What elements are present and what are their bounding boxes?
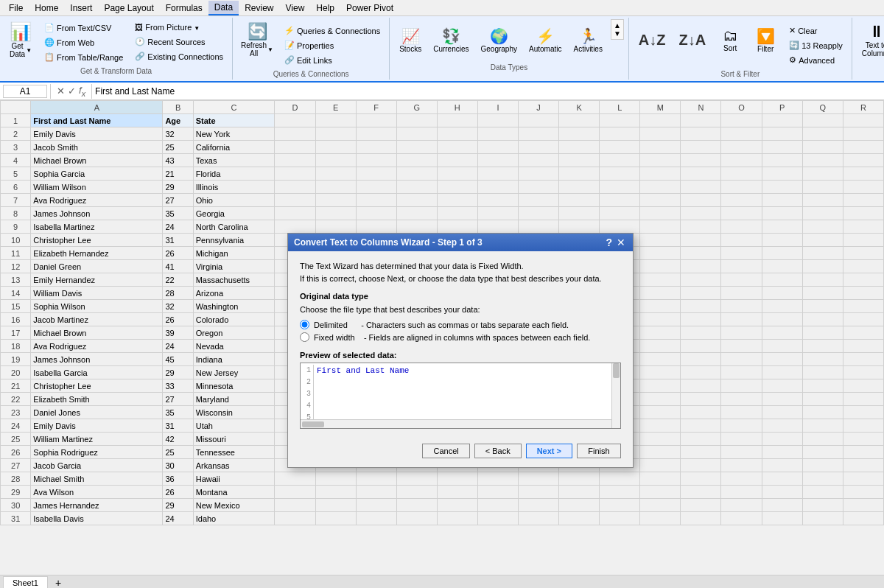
table-cell-empty[interactable] — [721, 300, 762, 313]
table-cell-empty[interactable] — [315, 486, 356, 499]
menu-power-pivot[interactable]: Power Pivot — [340, 1, 399, 15]
col-header-j[interactable]: J — [518, 101, 558, 114]
table-cell-empty[interactable] — [518, 127, 558, 141]
table-cell[interactable]: Michigan — [193, 247, 275, 260]
table-cell-empty[interactable] — [477, 512, 518, 525]
table-cell[interactable]: 42 — [163, 433, 193, 446]
table-cell-empty[interactable] — [396, 207, 437, 220]
table-cell[interactable]: William Davis — [31, 287, 163, 300]
queries-connections-button[interactable]: ⚡ Queries & Connections — [280, 24, 385, 38]
table-cell[interactable]: 31 — [163, 419, 193, 433]
table-cell-empty[interactable] — [802, 114, 843, 127]
sheet-tab-sheet1[interactable]: Sheet1 — [3, 576, 48, 588]
table-cell[interactable]: Elizabeth Hernandez — [31, 247, 163, 260]
table-cell-empty[interactable] — [721, 486, 762, 499]
table-cell[interactable]: California — [193, 141, 275, 154]
table-cell-empty[interactable] — [396, 499, 437, 512]
table-cell-empty[interactable] — [600, 499, 640, 512]
table-cell[interactable]: State — [193, 114, 275, 127]
table-cell[interactable]: James Johnson — [31, 207, 163, 220]
table-cell-empty[interactable] — [315, 167, 356, 181]
table-cell-empty[interactable] — [559, 154, 600, 167]
table-cell-empty[interactable] — [477, 499, 518, 512]
table-cell-empty[interactable] — [681, 287, 721, 300]
table-cell-empty[interactable] — [640, 114, 681, 127]
table-cell[interactable]: Ava Rodriguez — [31, 340, 163, 353]
table-cell-empty[interactable] — [721, 393, 762, 406]
table-cell-empty[interactable] — [640, 234, 681, 247]
table-cell-empty[interactable] — [640, 446, 681, 459]
confirm-formula-icon[interactable]: ✓ — [68, 85, 76, 97]
table-cell-empty[interactable] — [843, 181, 883, 194]
table-cell[interactable]: 31 — [163, 234, 193, 247]
table-cell-empty[interactable] — [559, 512, 600, 525]
table-cell[interactable]: First and Last Name — [31, 114, 163, 127]
table-cell-empty[interactable] — [802, 247, 843, 260]
table-cell[interactable]: 24 — [163, 340, 193, 353]
table-cell[interactable]: Emily Davis — [31, 127, 163, 141]
table-cell-empty[interactable] — [315, 114, 356, 127]
table-cell-empty[interactable] — [681, 167, 721, 181]
table-cell-empty[interactable] — [356, 181, 396, 194]
table-cell-empty[interactable] — [721, 326, 762, 340]
table-cell[interactable]: James Johnson — [31, 353, 163, 366]
table-cell-empty[interactable] — [437, 141, 477, 154]
table-cell-empty[interactable] — [600, 194, 640, 207]
table-cell-empty[interactable] — [802, 167, 843, 181]
table-cell-empty[interactable] — [843, 273, 883, 287]
table-cell-empty[interactable] — [437, 220, 477, 234]
table-cell[interactable]: Nevada — [193, 340, 275, 353]
table-cell-empty[interactable] — [681, 234, 721, 247]
table-cell[interactable]: 39 — [163, 326, 193, 340]
table-cell-empty[interactable] — [802, 313, 843, 326]
table-cell-empty[interactable] — [437, 512, 477, 525]
table-cell-empty[interactable] — [681, 419, 721, 433]
table-cell-empty[interactable] — [356, 207, 396, 220]
table-cell-empty[interactable] — [437, 207, 477, 220]
col-header-a[interactable]: A — [31, 101, 163, 114]
table-cell-empty[interactable] — [315, 207, 356, 220]
table-cell-empty[interactable] — [315, 499, 356, 512]
table-cell-empty[interactable] — [762, 127, 802, 141]
existing-connections-button[interactable]: 🔗 Existing Connections — [130, 49, 228, 63]
table-cell-empty[interactable] — [437, 167, 477, 181]
table-cell-empty[interactable] — [681, 300, 721, 313]
table-cell-empty[interactable] — [518, 154, 558, 167]
menu-review[interactable]: Review — [239, 1, 279, 15]
table-cell-empty[interactable] — [559, 181, 600, 194]
table-cell-empty[interactable] — [477, 167, 518, 181]
table-cell-empty[interactable] — [843, 486, 883, 499]
table-cell[interactable]: 41 — [163, 260, 193, 273]
table-cell-empty[interactable] — [477, 154, 518, 167]
table-cell-empty[interactable] — [762, 181, 802, 194]
table-cell-empty[interactable] — [640, 194, 681, 207]
table-cell[interactable]: New Jersey — [193, 366, 275, 379]
table-cell[interactable]: 28 — [163, 287, 193, 300]
table-cell-empty[interactable] — [518, 181, 558, 194]
table-cell-empty[interactable] — [681, 181, 721, 194]
table-cell-empty[interactable] — [681, 326, 721, 340]
preview-scrollbar-horizontal[interactable] — [301, 419, 611, 428]
table-cell-empty[interactable] — [275, 486, 315, 499]
table-cell-empty[interactable] — [762, 114, 802, 127]
table-cell[interactable]: 43 — [163, 154, 193, 167]
table-cell-empty[interactable] — [843, 340, 883, 353]
table-cell-empty[interactable] — [437, 472, 477, 486]
table-cell-empty[interactable] — [559, 486, 600, 499]
table-cell[interactable]: Arizona — [193, 287, 275, 300]
table-cell[interactable]: James Hernandez — [31, 499, 163, 512]
table-cell-empty[interactable] — [640, 313, 681, 326]
table-cell-empty[interactable] — [802, 486, 843, 499]
table-cell-empty[interactable] — [681, 220, 721, 234]
col-header-l[interactable]: L — [600, 101, 640, 114]
table-cell-empty[interactable] — [721, 340, 762, 353]
table-cell-empty[interactable] — [802, 419, 843, 433]
table-cell-empty[interactable] — [396, 512, 437, 525]
table-cell-empty[interactable] — [721, 154, 762, 167]
sort-desc-button[interactable]: Z↓A — [674, 19, 712, 60]
table-cell-empty[interactable] — [681, 486, 721, 499]
table-cell[interactable]: 35 — [163, 207, 193, 220]
table-cell-empty[interactable] — [640, 154, 681, 167]
table-cell-empty[interactable] — [559, 220, 600, 234]
table-cell-empty[interactable] — [721, 406, 762, 419]
